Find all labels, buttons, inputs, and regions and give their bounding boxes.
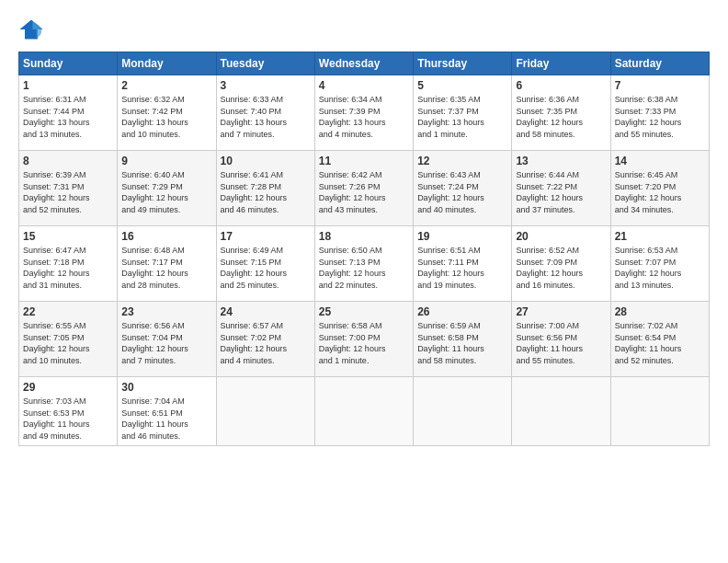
calendar-cell: 23Sunrise: 6:56 AM Sunset: 7:04 PM Dayli… xyxy=(118,302,216,377)
calendar-cell: 27Sunrise: 7:00 AM Sunset: 6:56 PM Dayli… xyxy=(512,302,610,377)
day-number: 6 xyxy=(516,79,606,92)
day-number: 28 xyxy=(615,305,705,318)
day-info: Sunrise: 6:58 AM Sunset: 7:00 PM Dayligh… xyxy=(319,320,409,366)
day-number: 25 xyxy=(319,305,409,318)
day-info: Sunrise: 6:55 AM Sunset: 7:05 PM Dayligh… xyxy=(23,320,113,366)
day-info: Sunrise: 6:41 AM Sunset: 7:28 PM Dayligh… xyxy=(221,169,311,215)
day-info: Sunrise: 7:02 AM Sunset: 6:54 PM Dayligh… xyxy=(615,320,705,366)
day-info: Sunrise: 6:31 AM Sunset: 7:44 PM Dayligh… xyxy=(23,94,113,140)
day-number: 21 xyxy=(615,230,705,243)
day-number: 11 xyxy=(319,155,409,167)
weekday-header-friday: Friday xyxy=(512,52,610,75)
day-info: Sunrise: 7:03 AM Sunset: 6:53 PM Dayligh… xyxy=(23,396,113,442)
weekday-header-thursday: Thursday xyxy=(414,52,512,75)
day-number: 14 xyxy=(615,155,705,167)
week-row-5: 29Sunrise: 7:03 AM Sunset: 6:53 PM Dayli… xyxy=(19,377,710,446)
day-number: 19 xyxy=(417,230,507,243)
day-number: 3 xyxy=(221,79,311,92)
day-info: Sunrise: 6:53 AM Sunset: 7:07 PM Dayligh… xyxy=(615,245,705,291)
weekday-header-wednesday: Wednesday xyxy=(314,52,413,75)
day-info: Sunrise: 6:47 AM Sunset: 7:18 PM Dayligh… xyxy=(23,245,113,291)
day-info: Sunrise: 6:42 AM Sunset: 7:26 PM Dayligh… xyxy=(319,169,409,215)
day-number: 23 xyxy=(121,305,211,318)
calendar-cell: 19Sunrise: 6:51 AM Sunset: 7:11 PM Dayli… xyxy=(414,226,512,302)
day-info: Sunrise: 6:36 AM Sunset: 7:35 PM Dayligh… xyxy=(516,94,606,140)
day-number: 29 xyxy=(23,381,113,394)
day-number: 1 xyxy=(23,79,113,92)
weekday-header-sunday: Sunday xyxy=(19,52,118,75)
day-number: 27 xyxy=(516,305,606,318)
calendar-cell: 3Sunrise: 6:33 AM Sunset: 7:40 PM Daylig… xyxy=(216,75,314,151)
day-info: Sunrise: 6:56 AM Sunset: 7:04 PM Dayligh… xyxy=(121,320,211,366)
calendar-cell xyxy=(314,377,413,446)
day-info: Sunrise: 6:52 AM Sunset: 7:09 PM Dayligh… xyxy=(516,245,606,291)
calendar-cell: 13Sunrise: 6:44 AM Sunset: 7:22 PM Dayli… xyxy=(512,151,610,226)
calendar-cell: 20Sunrise: 6:52 AM Sunset: 7:09 PM Dayli… xyxy=(512,226,610,302)
day-number: 18 xyxy=(319,230,409,243)
day-info: Sunrise: 6:50 AM Sunset: 7:13 PM Dayligh… xyxy=(319,245,409,291)
day-info: Sunrise: 6:32 AM Sunset: 7:42 PM Dayligh… xyxy=(121,94,211,140)
day-number: 15 xyxy=(23,230,113,243)
day-number: 17 xyxy=(221,230,311,243)
day-info: Sunrise: 6:57 AM Sunset: 7:02 PM Dayligh… xyxy=(221,320,311,366)
calendar-cell: 5Sunrise: 6:35 AM Sunset: 7:37 PM Daylig… xyxy=(414,75,512,151)
day-number: 9 xyxy=(121,155,211,167)
calendar-cell: 8Sunrise: 6:39 AM Sunset: 7:31 PM Daylig… xyxy=(19,151,118,226)
day-number: 8 xyxy=(23,155,113,167)
calendar-cell: 15Sunrise: 6:47 AM Sunset: 7:18 PM Dayli… xyxy=(19,226,118,302)
day-number: 20 xyxy=(516,230,606,243)
calendar-cell: 2Sunrise: 6:32 AM Sunset: 7:42 PM Daylig… xyxy=(118,75,216,151)
calendar-cell: 17Sunrise: 6:49 AM Sunset: 7:15 PM Dayli… xyxy=(216,226,314,302)
day-info: Sunrise: 6:59 AM Sunset: 6:58 PM Dayligh… xyxy=(417,320,507,366)
calendar-cell: 26Sunrise: 6:59 AM Sunset: 6:58 PM Dayli… xyxy=(414,302,512,377)
calendar-cell: 25Sunrise: 6:58 AM Sunset: 7:00 PM Dayli… xyxy=(314,302,413,377)
day-info: Sunrise: 6:35 AM Sunset: 7:37 PM Dayligh… xyxy=(417,94,507,140)
day-info: Sunrise: 6:33 AM Sunset: 7:40 PM Dayligh… xyxy=(221,94,311,140)
day-number: 4 xyxy=(319,79,409,92)
calendar-cell xyxy=(216,377,314,446)
day-info: Sunrise: 6:44 AM Sunset: 7:22 PM Dayligh… xyxy=(516,169,606,215)
week-row-3: 15Sunrise: 6:47 AM Sunset: 7:18 PM Dayli… xyxy=(19,226,710,302)
calendar-cell: 24Sunrise: 6:57 AM Sunset: 7:02 PM Dayli… xyxy=(216,302,314,377)
day-number: 2 xyxy=(121,79,211,92)
weekday-header-saturday: Saturday xyxy=(610,52,709,75)
day-number: 30 xyxy=(121,381,211,394)
day-number: 12 xyxy=(417,155,507,167)
day-number: 10 xyxy=(221,155,311,167)
calendar-cell xyxy=(414,377,512,446)
day-info: Sunrise: 6:40 AM Sunset: 7:29 PM Dayligh… xyxy=(121,169,211,215)
calendar-cell: 22Sunrise: 6:55 AM Sunset: 7:05 PM Dayli… xyxy=(19,302,118,377)
calendar-cell: 18Sunrise: 6:50 AM Sunset: 7:13 PM Dayli… xyxy=(314,226,413,302)
calendar-cell: 12Sunrise: 6:43 AM Sunset: 7:24 PM Dayli… xyxy=(414,151,512,226)
calendar-cell xyxy=(610,377,709,446)
day-info: Sunrise: 6:38 AM Sunset: 7:33 PM Dayligh… xyxy=(615,94,705,140)
calendar-cell: 16Sunrise: 6:48 AM Sunset: 7:17 PM Dayli… xyxy=(118,226,216,302)
weekday-header-row: SundayMondayTuesdayWednesdayThursdayFrid… xyxy=(19,52,710,75)
week-row-2: 8Sunrise: 6:39 AM Sunset: 7:31 PM Daylig… xyxy=(19,151,710,226)
day-info: Sunrise: 6:45 AM Sunset: 7:20 PM Dayligh… xyxy=(615,169,705,215)
weekday-header-monday: Monday xyxy=(118,52,216,75)
day-number: 24 xyxy=(221,305,311,318)
calendar-cell: 9Sunrise: 6:40 AM Sunset: 7:29 PM Daylig… xyxy=(118,151,216,226)
day-info: Sunrise: 6:51 AM Sunset: 7:11 PM Dayligh… xyxy=(417,245,507,291)
weekday-header-tuesday: Tuesday xyxy=(216,52,314,75)
day-number: 13 xyxy=(516,155,606,167)
calendar-cell: 30Sunrise: 7:04 AM Sunset: 6:51 PM Dayli… xyxy=(118,377,216,446)
calendar-cell xyxy=(512,377,610,446)
day-info: Sunrise: 6:39 AM Sunset: 7:31 PM Dayligh… xyxy=(23,169,113,215)
header xyxy=(18,17,710,42)
day-info: Sunrise: 6:48 AM Sunset: 7:17 PM Dayligh… xyxy=(121,245,211,291)
calendar-cell: 11Sunrise: 6:42 AM Sunset: 7:26 PM Dayli… xyxy=(314,151,413,226)
calendar-cell: 21Sunrise: 6:53 AM Sunset: 7:07 PM Dayli… xyxy=(610,226,709,302)
calendar: SundayMondayTuesdayWednesdayThursdayFrid… xyxy=(18,52,710,446)
day-info: Sunrise: 7:04 AM Sunset: 6:51 PM Dayligh… xyxy=(121,396,211,442)
calendar-cell: 6Sunrise: 6:36 AM Sunset: 7:35 PM Daylig… xyxy=(512,75,610,151)
day-info: Sunrise: 6:34 AM Sunset: 7:39 PM Dayligh… xyxy=(319,94,409,140)
calendar-cell: 10Sunrise: 6:41 AM Sunset: 7:28 PM Dayli… xyxy=(216,151,314,226)
week-row-1: 1Sunrise: 6:31 AM Sunset: 7:44 PM Daylig… xyxy=(19,75,710,151)
calendar-cell: 14Sunrise: 6:45 AM Sunset: 7:20 PM Dayli… xyxy=(610,151,709,226)
day-number: 7 xyxy=(615,79,705,92)
week-row-4: 22Sunrise: 6:55 AM Sunset: 7:05 PM Dayli… xyxy=(19,302,710,377)
day-number: 26 xyxy=(417,305,507,318)
calendar-cell: 4Sunrise: 6:34 AM Sunset: 7:39 PM Daylig… xyxy=(314,75,413,151)
